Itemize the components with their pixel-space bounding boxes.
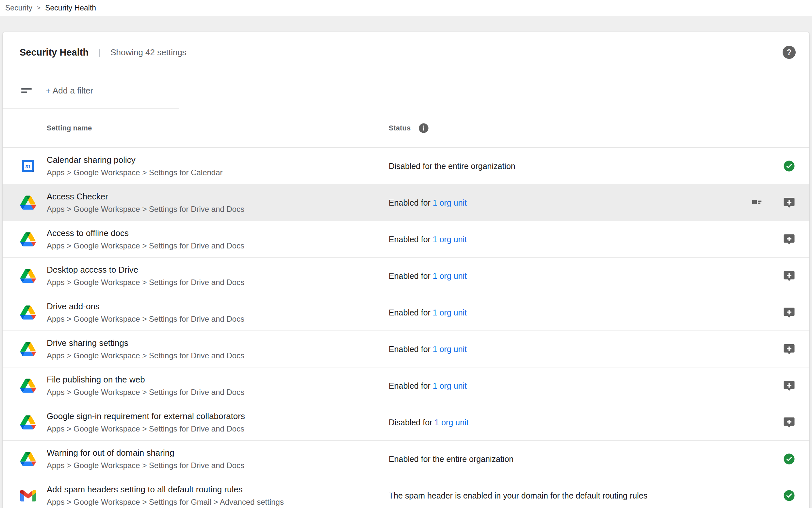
setting-name: Access Checker	[47, 192, 244, 202]
add-recommendation-icon[interactable]	[783, 307, 795, 319]
row-actions	[783, 453, 795, 465]
setting-path: Apps > Google Workspace > Settings for D…	[47, 351, 244, 360]
drive-icon	[20, 378, 36, 393]
setting-name: Drive add-ons	[47, 301, 244, 311]
setting-status: Enabled for 1 org unit	[389, 308, 467, 317]
page-title: Security Health	[19, 47, 89, 58]
org-unit-link[interactable]: 1 org unit	[434, 417, 468, 427]
status-text: The spam header is enabled in your domai…	[389, 491, 648, 500]
add-recommendation-icon[interactable]	[783, 417, 795, 428]
row-actions	[783, 234, 795, 245]
add-recommendation-icon[interactable]	[783, 234, 795, 245]
table-row[interactable]: File publishing on the web Apps > Google…	[3, 368, 809, 404]
drive-icon	[20, 415, 36, 430]
drive-icon	[20, 305, 36, 321]
setting-text-block: Access to offline docs Apps > Google Wor…	[47, 228, 244, 250]
settings-table-body: 31 Calendar sharing policy Apps > Google…	[3, 148, 809, 508]
table-row[interactable]: Access Checker Apps > Google Workspace >…	[3, 184, 809, 221]
table-row[interactable]: 31 Calendar sharing policy Apps > Google…	[3, 148, 809, 184]
breadcrumb: Security > Security Health	[0, 0, 812, 16]
settings-count-label: Showing 42 settings	[110, 47, 187, 57]
setting-status: Disabled for the entire organization	[389, 161, 515, 171]
setting-text-block: File publishing on the web Apps > Google…	[47, 375, 244, 397]
status-check-icon	[783, 160, 795, 172]
table-row[interactable]: Drive sharing settings Apps > Google Wor…	[3, 331, 809, 368]
setting-status: Enabled for 1 org unit	[389, 344, 467, 354]
security-health-card: Security Health | Showing 42 settings ? …	[3, 32, 809, 508]
table-row[interactable]: Desktop access to Drive Apps > Google Wo…	[3, 258, 809, 294]
setting-text-block: Access Checker Apps > Google Workspace >…	[47, 192, 244, 214]
title-divider: |	[98, 47, 101, 57]
filter-bar: + Add a filter	[3, 73, 809, 109]
status-text: Disabled for the entire organization	[389, 161, 515, 170]
status-header-label: Status	[389, 124, 411, 132]
drive-icon	[20, 341, 36, 357]
setting-path: Apps > Google Workspace > Settings for D…	[47, 278, 244, 287]
add-filter-button[interactable]: + Add a filter	[46, 86, 93, 96]
setting-path: Apps > Google Workspace > Settings for D…	[47, 388, 244, 397]
filter-icon	[19, 84, 33, 97]
status-text: Disabled for	[389, 417, 434, 427]
setting-text-block: Calendar sharing policy Apps > Google Wo…	[47, 155, 223, 177]
setting-path: Apps > Google Workspace > Settings for D…	[47, 461, 244, 470]
status-text: Enabled for	[389, 271, 433, 280]
table-header: Setting name Status	[3, 109, 809, 148]
setting-name: Desktop access to Drive	[47, 265, 244, 275]
status-text: Enabled for	[389, 308, 433, 317]
org-unit-link[interactable]: 1 org unit	[433, 381, 467, 390]
status-text: Enabled for	[389, 344, 433, 353]
setting-text-block: Drive add-ons Apps > Google Workspace > …	[47, 301, 244, 324]
gmail-icon	[20, 488, 36, 503]
table-row[interactable]: Drive add-ons Apps > Google Workspace > …	[3, 294, 809, 331]
setting-path: Apps > Google Workspace > Settings for D…	[47, 241, 244, 250]
breadcrumb-current-page: Security Health	[45, 4, 96, 12]
add-recommendation-icon[interactable]	[783, 343, 795, 355]
column-header-status: Status	[389, 123, 429, 133]
setting-status: The spam header is enabled in your domai…	[389, 491, 648, 500]
setting-text-block: Drive sharing settings Apps > Google Wor…	[47, 338, 244, 360]
setting-name: File publishing on the web	[47, 375, 244, 385]
setting-name: Drive sharing settings	[47, 338, 244, 348]
org-unit-link[interactable]: 1 org unit	[433, 344, 467, 353]
list-detail-icon	[751, 197, 763, 209]
org-unit-link[interactable]: 1 org unit	[433, 271, 467, 280]
status-text: Enabled for	[389, 198, 433, 207]
setting-status: Enabled for 1 org unit	[389, 271, 467, 281]
setting-name: Access to offline docs	[47, 228, 244, 238]
help-icon[interactable]: ?	[782, 46, 796, 59]
column-header-setting-name: Setting name	[47, 124, 92, 132]
setting-path: Apps > Google Workspace > Settings for D…	[47, 314, 244, 324]
table-row[interactable]: Add spam headers setting to all default …	[3, 477, 809, 508]
breadcrumb-separator-icon: >	[37, 4, 41, 11]
org-unit-link[interactable]: 1 org unit	[433, 235, 467, 244]
drive-icon	[20, 451, 36, 467]
drive-icon	[20, 231, 36, 247]
info-icon[interactable]	[418, 123, 429, 133]
setting-status: Enabled for the entire organization	[389, 454, 514, 464]
row-actions	[783, 380, 795, 392]
row-actions	[783, 160, 795, 172]
table-row[interactable]: Google sign-in requirement for external …	[3, 404, 809, 441]
table-row[interactable]: Warning for out of domain sharing Apps >…	[3, 441, 809, 477]
table-row[interactable]: Access to offline docs Apps > Google Wor…	[3, 221, 809, 258]
breadcrumb-security-link[interactable]: Security	[5, 4, 32, 12]
row-actions	[751, 197, 795, 209]
org-unit-link[interactable]: 1 org unit	[433, 198, 467, 207]
org-unit-link[interactable]: 1 org unit	[433, 308, 467, 317]
setting-name: Add spam headers setting to all default …	[47, 484, 284, 495]
setting-path: Apps > Google Workspace > Settings for D…	[47, 424, 245, 433]
svg-text:31: 31	[26, 163, 31, 169]
setting-path: Apps > Google Workspace > Settings for G…	[47, 498, 284, 507]
calendar-icon: 31	[20, 158, 36, 174]
row-actions	[783, 417, 795, 428]
drive-icon	[20, 268, 36, 284]
card-header: Security Health | Showing 42 settings ?	[3, 32, 809, 73]
add-recommendation-icon[interactable]	[783, 380, 795, 392]
setting-text-block: Warning for out of domain sharing Apps >…	[47, 448, 244, 470]
setting-status: Enabled for 1 org unit	[389, 235, 467, 244]
add-recommendation-icon[interactable]	[783, 270, 795, 282]
status-check-icon	[783, 453, 795, 465]
row-actions	[783, 270, 795, 282]
add-recommendation-icon[interactable]	[783, 197, 795, 209]
setting-name: Calendar sharing policy	[47, 155, 223, 165]
